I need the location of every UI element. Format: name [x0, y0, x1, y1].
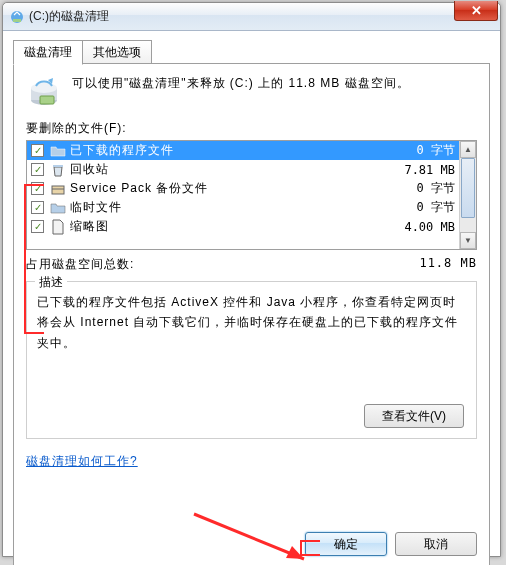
checkbox[interactable]: [31, 182, 44, 195]
checkbox[interactable]: [31, 201, 44, 214]
ok-button[interactable]: 确定: [305, 532, 387, 556]
list-item[interactable]: 已下载的程序文件0 字节: [27, 141, 459, 160]
info-text: 可以使用"磁盘清理"来释放 (C:) 上的 11.8 MB 磁盘空间。: [72, 74, 410, 93]
list-item[interactable]: 缩略图4.00 MB: [27, 217, 459, 236]
view-files-button[interactable]: 查看文件(V): [364, 404, 464, 428]
total-label: 占用磁盘空间总数:: [26, 256, 134, 273]
dialog-window: (C:)的磁盘清理 ✕ 磁盘清理其他选项 可以使用"磁盘清理"来释放 (C:) …: [2, 2, 501, 557]
total-row: 占用磁盘空间总数: 11.8 MB: [26, 256, 477, 273]
dialog-buttons: 确定 取消: [305, 532, 477, 556]
tabstrip: 磁盘清理其他选项: [13, 39, 490, 63]
info-row: 可以使用"磁盘清理"来释放 (C:) 上的 11.8 MB 磁盘空间。: [26, 74, 477, 110]
description-text: 已下载的程序文件包括 ActiveX 控件和 Java 小程序，你查看特定网页时…: [37, 292, 466, 353]
item-size: 0 字节: [375, 142, 455, 159]
svg-rect-7: [52, 186, 64, 194]
item-name: Service Pack 备份文件: [70, 180, 375, 197]
item-size: 0 字节: [375, 180, 455, 197]
svg-line-9: [194, 514, 304, 559]
description-group: 描述 已下载的程序文件包括 ActiveX 控件和 Java 小程序，你查看特定…: [26, 281, 477, 439]
disk-cleanup-icon: [26, 74, 62, 110]
help-link[interactable]: 磁盘清理如何工作?: [26, 453, 138, 470]
file-icon: [50, 162, 66, 178]
item-size: 7.81 MB: [375, 163, 455, 177]
window-title: (C:)的磁盘清理: [29, 8, 496, 25]
svg-marker-10: [286, 546, 304, 559]
cancel-button[interactable]: 取消: [395, 532, 477, 556]
files-label: 要删除的文件(F):: [26, 120, 477, 137]
item-size: 0 字节: [375, 199, 455, 216]
checkbox[interactable]: [31, 220, 44, 233]
scroll-thumb[interactable]: [461, 158, 475, 218]
item-name: 临时文件: [70, 199, 375, 216]
svg-rect-6: [53, 165, 63, 167]
scrollbar: ▲ ▼: [459, 141, 476, 249]
item-name: 已下载的程序文件: [70, 142, 375, 159]
item-size: 4.00 MB: [375, 220, 455, 234]
description-title: 描述: [35, 274, 67, 291]
titlebar: (C:)的磁盘清理 ✕: [3, 3, 500, 31]
scroll-down-button[interactable]: ▼: [460, 232, 476, 249]
file-icon: [50, 219, 66, 235]
list-item[interactable]: Service Pack 备份文件0 字节: [27, 179, 459, 198]
checkbox[interactable]: [31, 163, 44, 176]
list-body: 已下载的程序文件0 字节回收站7.81 MBService Pack 备份文件0…: [27, 141, 459, 249]
file-icon: [50, 200, 66, 216]
file-icon: [50, 181, 66, 197]
svg-rect-1: [13, 19, 21, 22]
scroll-up-button[interactable]: ▲: [460, 141, 476, 158]
list-item[interactable]: 临时文件0 字节: [27, 198, 459, 217]
scroll-track[interactable]: [460, 158, 476, 232]
checkbox[interactable]: [31, 144, 44, 157]
tab-cleanup[interactable]: 磁盘清理: [13, 40, 83, 65]
item-name: 回收站: [70, 161, 375, 178]
svg-point-4: [31, 83, 57, 93]
close-button[interactable]: ✕: [454, 1, 498, 21]
svg-rect-5: [40, 96, 54, 104]
item-name: 缩略图: [70, 218, 375, 235]
total-value: 11.8 MB: [419, 256, 477, 273]
panel-cleanup: 可以使用"磁盘清理"来释放 (C:) 上的 11.8 MB 磁盘空间。 要删除的…: [13, 63, 490, 565]
files-listbox: 已下载的程序文件0 字节回收站7.81 MBService Pack 备份文件0…: [26, 140, 477, 250]
app-icon: [9, 9, 25, 25]
file-icon: [50, 143, 66, 159]
list-item[interactable]: 回收站7.81 MB: [27, 160, 459, 179]
tab-other[interactable]: 其他选项: [82, 40, 152, 65]
